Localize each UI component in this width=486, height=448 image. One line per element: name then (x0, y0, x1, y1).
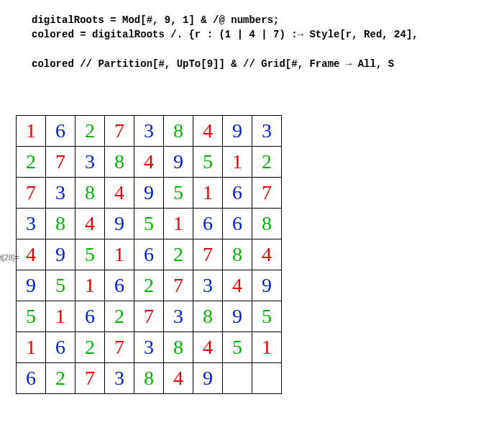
code-line-1: digitalRoots = Mod[#, 9, 1] & /@ numbers… (32, 13, 418, 27)
grid-cell: 8 (193, 301, 223, 332)
grid-cell: 6 (46, 332, 75, 363)
grid-cell: 3 (134, 332, 164, 363)
grid-cell: 3 (75, 147, 105, 178)
table-row: 162738493 (17, 116, 282, 147)
grid-cell: 5 (164, 178, 193, 209)
grid-cell: 9 (46, 239, 75, 270)
grid-cell: 3 (252, 116, 282, 147)
grid-cell: 7 (164, 270, 193, 301)
grid-cell: 2 (164, 239, 193, 270)
grid-cell: 2 (46, 363, 75, 394)
grid-cell: 5 (252, 301, 282, 332)
grid-cell: 8 (105, 147, 134, 178)
grid-cell: 5 (75, 239, 105, 270)
grid-cell: 2 (75, 332, 105, 363)
grid-cell: 7 (46, 147, 75, 178)
grid-cell: 4 (105, 178, 134, 209)
grid-cell: 9 (105, 209, 134, 239)
grid-cell: 6 (105, 270, 134, 301)
grid-cell: 7 (17, 178, 46, 209)
grid-cell: 9 (17, 270, 46, 301)
grid-cell: 2 (134, 270, 164, 301)
grid-cell: 1 (17, 116, 46, 147)
table-row: 273849512 (17, 147, 282, 178)
grid-cell: 3 (46, 178, 75, 209)
grid-cell: 5 (193, 147, 223, 178)
grid-cell: 7 (105, 116, 134, 147)
grid-cell: 1 (46, 301, 75, 332)
grid-cell: 2 (252, 147, 282, 178)
table-row: 384951668 (17, 209, 282, 239)
grid-cell: 3 (193, 270, 223, 301)
grid-cell: 8 (75, 178, 105, 209)
grid-cell: 3 (17, 209, 46, 239)
grid-cell: 3 (164, 301, 193, 332)
table-row: 738495167 (17, 178, 282, 209)
grid-cell: 4 (223, 270, 252, 301)
table-row: 6273849 (17, 363, 282, 394)
grid-cell: 4 (252, 239, 282, 270)
grid-cell: 1 (252, 332, 282, 363)
grid-cell: 8 (223, 239, 252, 270)
grid-cell: 4 (75, 209, 105, 239)
grid-cell: 6 (17, 363, 46, 394)
grid-cell: 4 (17, 239, 46, 270)
grid-cell: 2 (75, 116, 105, 147)
grid-cell: 9 (223, 301, 252, 332)
table-row: 495162784 (17, 239, 282, 270)
code-line-2: colored = digitalRoots /. {r : (1 | 4 | … (32, 27, 418, 42)
grid-cell: 7 (193, 239, 223, 270)
table-row: 516273895 (17, 301, 282, 332)
grid-cell: 9 (164, 147, 193, 178)
grid-cell: 2 (105, 301, 134, 332)
grid-cell: 5 (46, 270, 75, 301)
grid-cell: 1 (105, 239, 134, 270)
grid-cell: 5 (17, 301, 46, 332)
grid-cell (252, 363, 282, 394)
grid-cell: 7 (252, 178, 282, 209)
grid-cell: 9 (223, 116, 252, 147)
grid-cell: 5 (134, 209, 164, 239)
grid-cell: 5 (223, 332, 252, 363)
grid-cell: 8 (164, 116, 193, 147)
grid-cell: 6 (134, 239, 164, 270)
grid-cell: 1 (164, 209, 193, 239)
grid-cell (223, 363, 252, 394)
grid-cell: 3 (105, 363, 134, 394)
grid-cell: 8 (134, 363, 164, 394)
grid-cell: 1 (75, 270, 105, 301)
grid-cell: 7 (134, 301, 164, 332)
grid-cell: 1 (193, 178, 223, 209)
table-row: 162738451 (17, 332, 282, 363)
grid-cell: 9 (134, 178, 164, 209)
grid-cell: 6 (75, 301, 105, 332)
grid-cell: 8 (252, 209, 282, 239)
grid-cell: 6 (46, 116, 75, 147)
grid-cell: 4 (134, 147, 164, 178)
grid-cell: 1 (223, 147, 252, 178)
grid-cell: 8 (46, 209, 75, 239)
table-row: 951627349 (17, 270, 282, 301)
grid-cell: 6 (223, 209, 252, 239)
grid-cell: 7 (75, 363, 105, 394)
grid-cell: 4 (193, 116, 223, 147)
grid-cell: 6 (193, 209, 223, 239)
code-block: digitalRoots = Mod[#, 9, 1] & /@ numbers… (32, 13, 418, 71)
grid-cell: 2 (17, 147, 46, 178)
grid-cell: 9 (193, 363, 223, 394)
grid-cell: 4 (164, 363, 193, 394)
code-line-3: colored // Partition[#, UpTo[9]] & // Gr… (32, 57, 418, 71)
grid-cell: 6 (223, 178, 252, 209)
grid-cell: 8 (164, 332, 193, 363)
code-line-blank (32, 42, 418, 57)
digital-roots-table: 1627384932738495127384951673849516684951… (16, 115, 282, 394)
grid-cell: 3 (134, 116, 164, 147)
grid-cell: 4 (193, 332, 223, 363)
grid-cell: 9 (252, 270, 282, 301)
grid-cell: 7 (105, 332, 134, 363)
digital-roots-grid: 1627384932738495127384951673849516684951… (16, 115, 282, 394)
grid-cell: 1 (17, 332, 46, 363)
